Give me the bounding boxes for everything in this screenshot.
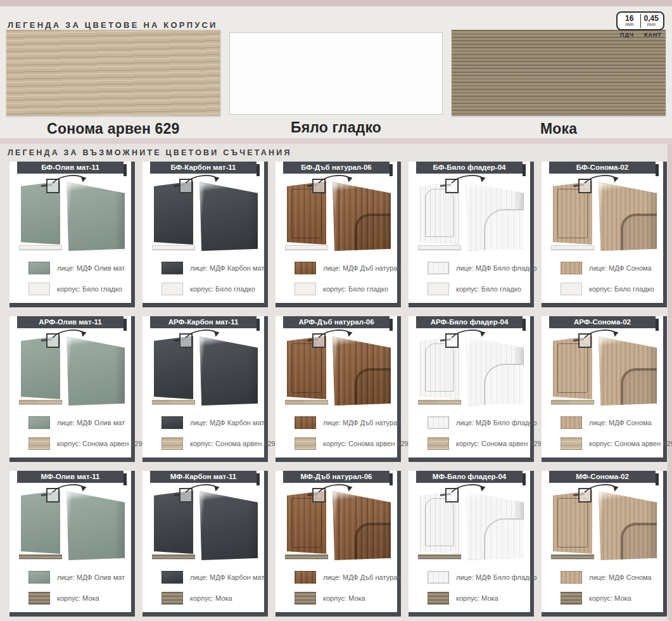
- corpus-legend-row: корпус: Бяло гладко: [428, 283, 530, 295]
- corpus-label: корпус: Мока: [589, 594, 631, 602]
- door-preview: [542, 174, 663, 256]
- door-zoom-detail: [599, 490, 657, 560]
- corpus-colors-section: ЛЕГЕНДА ЗА ЦВЕТОВЕ НА КОРПУСИ Сонома арв…: [0, 6, 672, 138]
- face-label: лице: МДФ Олив мат: [57, 264, 125, 272]
- corpus-legend-row: корпус: Бяло гладко: [295, 283, 397, 295]
- cabinet-base-strip: [551, 554, 594, 559]
- combo-card-title: АРФ-Бяло фладер-04: [416, 316, 523, 328]
- card-legend: лице: МДФ Олив мат корпус: Мока: [10, 571, 131, 605]
- combo-card: АРФ-Сонома-02 лице: МДФ Сонома корпус: С…: [542, 316, 667, 462]
- board-label: ПДЧ: [620, 32, 634, 38]
- cabinet-base-strip: [285, 554, 328, 559]
- face-legend-row: лице: МДФ Карбон мат: [162, 262, 264, 274]
- corpus-color-swatch: [295, 437, 316, 450]
- door-preview: [542, 328, 663, 411]
- cabinet-base-strip: [152, 400, 195, 404]
- corpus-legend-row: корпус: Мока: [561, 592, 663, 605]
- corpus-color-swatch: [162, 437, 183, 450]
- zoom-arrow-icon: [583, 483, 623, 496]
- cabinet-base-strip: [285, 400, 328, 404]
- card-legend: лице: МДФ Дъб натурал корпус: Мока: [276, 571, 397, 605]
- corpus-swatch-column: Бяло гладко: [229, 30, 443, 138]
- face-color-swatch: [162, 416, 183, 429]
- zoom-arrow-icon: [51, 174, 91, 186]
- card-legend: лице: МДФ Карбон мат корпус: Сонома арве…: [143, 416, 264, 450]
- combo-card: МФ-Дъб натурал-06 лице: МДФ Дъб натурал …: [276, 471, 401, 617]
- corpus-legend-row: корпус: Сонома арвен 629: [29, 437, 131, 450]
- corpus-color-swatch: [162, 283, 183, 295]
- corpus-legend-row: корпус: Мока: [29, 592, 131, 605]
- face-color-swatch: [428, 262, 449, 274]
- door-zoom-detail: [200, 490, 258, 560]
- door-preview: [143, 174, 264, 256]
- combo-card: БФ-Сонома-02 лице: МДФ Сонома корпус: Бя…: [542, 162, 667, 307]
- door-preview: [276, 328, 397, 411]
- corpus-label: корпус: Бяло гладко: [589, 285, 654, 293]
- corpus-swatch-label: Мока: [540, 120, 577, 138]
- card-legend: лице: МДФ Сонома корпус: Сонома арвен 62…: [542, 416, 663, 450]
- corpus-legend-row: корпус: Бяло гладко: [29, 283, 131, 295]
- face-legend-row: лице: МДФ Олив мат: [29, 416, 131, 429]
- combo-card-title: АРФ-Дъб натурал-06: [283, 316, 390, 328]
- combo-card-title: АРФ-Сонома-02: [549, 316, 656, 328]
- door-preview: [143, 328, 264, 411]
- corpus-label: корпус: Бяло гладко: [456, 285, 521, 293]
- zoom-arrow-icon: [317, 328, 357, 341]
- zoom-arrow-icon: [317, 174, 357, 186]
- corpus-color-swatch: [428, 592, 449, 605]
- badge-divider: [640, 14, 641, 28]
- corpus-legend-row: корпус: Сонома арвен 629: [428, 437, 530, 450]
- face-label: лице: МДФ Сонома: [589, 419, 652, 426]
- corpus-legend-row: корпус: Сонома арвен 629: [295, 437, 397, 450]
- face-color-swatch: [295, 262, 316, 274]
- cabinet-base-strip: [19, 554, 62, 559]
- face-color-swatch: [162, 262, 183, 274]
- door-zoom-detail: [466, 336, 524, 406]
- door-preview: [542, 483, 663, 565]
- door-preview: [276, 483, 397, 565]
- corpus-swatch-label: Бяло гладко: [291, 119, 381, 136]
- combo-legend-title: ЛЕГЕНДА ЗА ВЪЗМОЖНИТЕ ЦВЕТОВИ СЪЧЕТАНИЯ: [8, 148, 672, 157]
- corpus-label: корпус: Мока: [456, 594, 498, 602]
- corpus-color-swatch: [162, 592, 183, 605]
- face-legend-row: лице: МДФ Сонома: [561, 262, 663, 274]
- face-label: лице: МДФ Бяло фладер: [456, 264, 537, 272]
- combo-card: АРФ-Дъб натурал-06 лице: МДФ Дъб натурал…: [276, 316, 401, 462]
- corpus-color-swatch: [561, 437, 582, 450]
- corpus-color-swatch: [29, 283, 50, 295]
- face-color-swatch: [295, 416, 316, 429]
- face-legend-row: лице: МДФ Олив мат: [29, 571, 131, 584]
- combo-card: МФ-Бяло фладер-04 лице: МДФ Бяло фладер …: [409, 471, 534, 617]
- corpus-legend-row: корпус: Мока: [295, 592, 397, 605]
- corpus-swatch-row: Сонома арвен 629 Бяло гладко Мока: [6, 30, 666, 138]
- combo-card-title: МФ-Олив мат-11: [17, 471, 124, 483]
- door-zoom-detail: [466, 490, 524, 560]
- corpus-legend-row: корпус: Сонома арвен 629: [561, 437, 663, 450]
- door-zoom-detail: [200, 181, 258, 251]
- combo-card: БФ-Карбон мат-11 лице: МДФ Карбон мат ко…: [143, 162, 268, 307]
- face-color-swatch: [29, 262, 50, 274]
- combo-card-title: БФ-Сонома-02: [549, 162, 656, 174]
- zoom-arrow-icon: [583, 328, 623, 341]
- door-zoom-detail: [200, 336, 258, 406]
- combo-card-title: МФ-Бяло фладер-04: [416, 471, 523, 483]
- face-legend-row: лице: МДФ Карбон мат: [162, 416, 264, 429]
- edge-label: КАНТ: [644, 32, 662, 38]
- corpus-color-swatch: [295, 283, 316, 295]
- corpus-swatch: [229, 32, 443, 115]
- combo-card: МФ-Олив мат-11 лице: МДФ Олив мат корпус…: [10, 471, 135, 617]
- zoom-arrow-icon: [450, 328, 490, 341]
- combo-card-title: БФ-Карбон мат-11: [150, 162, 257, 174]
- face-label: лице: МДФ Карбон мат: [190, 573, 264, 581]
- card-legend: лице: МДФ Сонома корпус: Бяло гладко: [542, 262, 663, 295]
- face-label: лице: МДФ Олив мат: [57, 573, 125, 581]
- corpus-color-swatch: [295, 592, 316, 605]
- face-legend-row: лице: МДФ Дъб натурал: [295, 262, 397, 274]
- card-legend: лице: МДФ Карбон мат корпус: Бяло гладко: [143, 262, 264, 295]
- cabinet-base-strip: [285, 245, 328, 250]
- corpus-color-swatch: [29, 592, 50, 605]
- corpus-color-swatch: [561, 283, 582, 295]
- cabinet-base-strip: [152, 554, 195, 559]
- zoom-arrow-icon: [184, 174, 224, 186]
- board-thickness-unit: mm: [621, 22, 638, 27]
